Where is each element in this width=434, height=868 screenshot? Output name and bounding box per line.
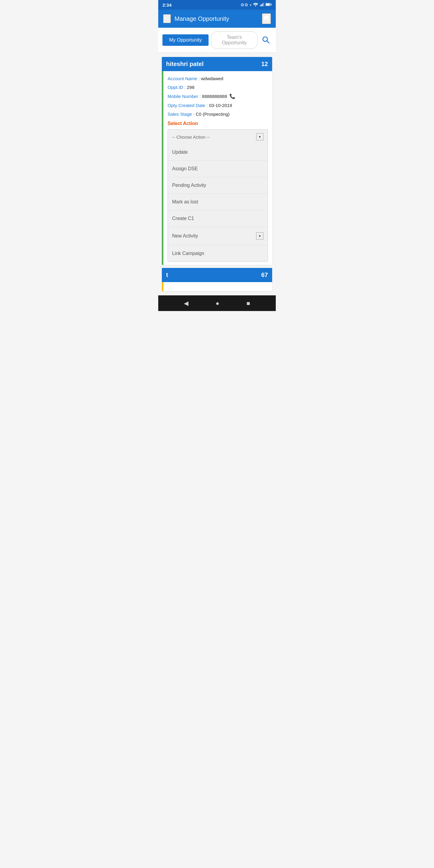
app-bar-left: ← Manage Opportunity	[163, 14, 229, 23]
mobile-label: Mobile Number :	[167, 94, 201, 99]
svg-rect-2	[262, 3, 263, 6]
oppt-id-row: Oppt.ID : 298	[167, 83, 268, 92]
card-2-header: t 67	[162, 268, 272, 282]
app-bar-title: Manage Opportunity	[175, 16, 229, 22]
account-name-row: Account Name : wdwdawed	[167, 74, 268, 83]
select-action-label: Select Action	[167, 119, 268, 128]
search-button[interactable]	[260, 34, 272, 46]
card-2-body	[162, 282, 272, 291]
status-icons: ⚙ ▪	[241, 2, 272, 7]
dropdown-arrow-icon: ▾	[256, 133, 264, 141]
account-name-value: wdwdawed	[201, 76, 223, 81]
mobile-row: Mobile Number : 8888888888 📞	[167, 92, 268, 101]
option-create-c1[interactable]: Create C1	[168, 210, 268, 227]
wifi-icon	[253, 2, 258, 7]
settings-icon: ⚙	[241, 2, 248, 7]
option-update[interactable]: Update	[168, 144, 268, 161]
action-dropdown[interactable]: -- Choose Action -- ▾ Update Assign DSE …	[167, 129, 268, 262]
nav-recents-button[interactable]: ■	[247, 300, 250, 307]
stage-value: C0 (Prospecting)	[195, 112, 230, 117]
svg-rect-0	[260, 5, 261, 6]
card-1-count: 12	[261, 61, 268, 67]
card-1-header: hiteshri patel 12	[162, 57, 272, 71]
option-assign-dse[interactable]: Assign DSE	[168, 161, 268, 177]
bottom-nav: ◀ ● ■	[158, 296, 276, 311]
stage-label: Sales Stage :	[167, 112, 194, 117]
nav-home-button[interactable]: ●	[216, 300, 219, 307]
status-bar: 2:34 ⚙ ▪	[158, 0, 276, 10]
card-2-name: t	[166, 272, 168, 278]
stage-row: Sales Stage : C0 (Prospecting)	[167, 110, 268, 119]
date-value: 03-10-2019	[209, 103, 232, 108]
option-new-activity[interactable]: New Activity ▾	[168, 227, 268, 245]
account-name-label: Account Name :	[167, 76, 200, 81]
opportunity-card-1: hiteshri patel 12 Account Name : wdwdawe…	[162, 57, 272, 265]
svg-rect-3	[264, 2, 264, 6]
dropdown-options: Update Assign DSE Pending Activity Mark …	[168, 144, 268, 261]
card-2-count: 67	[261, 272, 268, 278]
card-1-name: hiteshri patel	[166, 61, 204, 67]
main-content: hiteshri patel 12 Account Name : wdwdawe…	[158, 53, 276, 296]
dropdown-trigger[interactable]: -- Choose Action -- ▾	[168, 130, 268, 144]
back-button[interactable]: ←	[163, 14, 171, 23]
status-time: 2:34	[162, 2, 172, 7]
tab-my-opportunity[interactable]: My Opportunity	[162, 34, 209, 46]
mobile-value: 8888888888	[202, 94, 227, 99]
date-row: Opty Created Date : 03-10-2019	[167, 101, 268, 110]
svg-rect-6	[271, 4, 272, 5]
option-link-campaign[interactable]: Link Campaign	[168, 245, 268, 261]
svg-line-8	[267, 41, 269, 43]
tab-bar: My Opportunity Team's Opportunity	[158, 28, 276, 53]
card-1-body: Account Name : wdwdawed Oppt.ID : 298 Mo…	[162, 71, 272, 265]
svg-rect-1	[261, 4, 262, 6]
home-button[interactable]	[262, 13, 271, 24]
phone-icon: 📞	[229, 93, 236, 99]
date-label: Opty Created Date :	[167, 103, 208, 108]
battery-icon	[266, 2, 272, 7]
signal-icon	[260, 2, 264, 7]
card-1-details: Account Name : wdwdawed Oppt.ID : 298 Mo…	[163, 71, 272, 265]
nav-back-button[interactable]: ◀	[184, 300, 188, 307]
tab-teams-opportunity[interactable]: Team's Opportunity	[211, 31, 258, 49]
app-bar: ← Manage Opportunity	[158, 10, 276, 28]
oppt-id-value: 298	[187, 85, 194, 90]
sd-card-icon: ▪	[250, 2, 251, 7]
oppt-id-label: Oppt.ID :	[167, 85, 186, 90]
option-mark-as-lost[interactable]: Mark as lost	[168, 194, 268, 210]
dropdown-placeholder: -- Choose Action --	[172, 134, 210, 140]
option-new-activity-label: New Activity	[172, 233, 198, 239]
option-pending-activity[interactable]: Pending Activity	[168, 177, 268, 194]
new-activity-arrow-icon: ▾	[256, 232, 264, 240]
svg-rect-5	[266, 4, 270, 5]
card-2-details	[163, 282, 272, 291]
opportunity-card-2: t 67	[162, 268, 272, 291]
